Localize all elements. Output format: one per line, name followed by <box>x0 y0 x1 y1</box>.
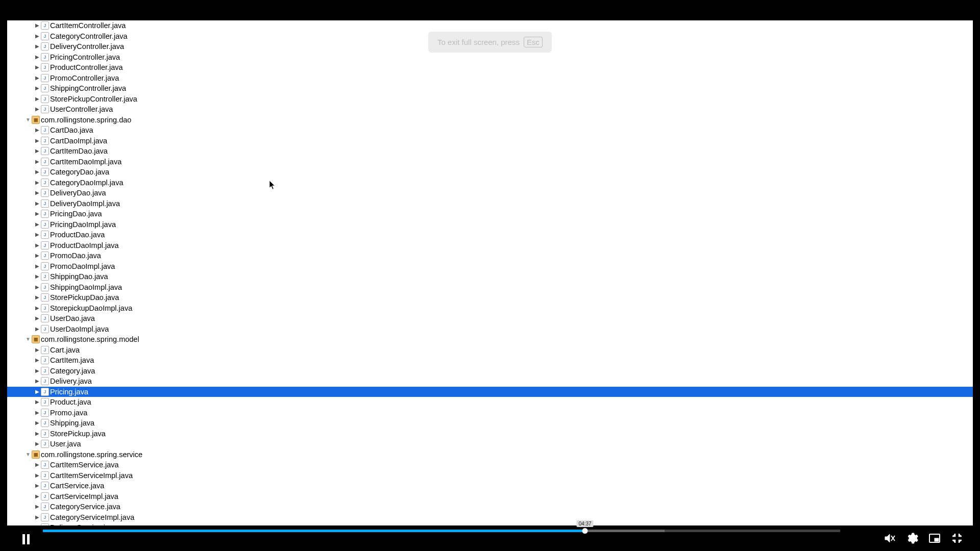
expand-arrow-icon[interactable]: ▶ <box>35 146 40 157</box>
tree-file-item[interactable]: ▶JStorePickupDao.java <box>7 292 973 303</box>
expand-arrow-icon[interactable]: ▶ <box>35 387 40 397</box>
expand-arrow-icon[interactable]: ▶ <box>35 157 40 167</box>
mute-button[interactable] <box>883 532 896 545</box>
expand-arrow-icon[interactable]: ▶ <box>35 408 40 418</box>
expand-arrow-icon[interactable]: ▶ <box>35 83 40 94</box>
tree-file-item[interactable]: ▶JUserDao.java <box>7 313 973 324</box>
exit-fullscreen-button[interactable] <box>950 532 964 545</box>
expand-arrow-icon[interactable]: ▶ <box>35 481 40 491</box>
tree-file-item[interactable]: ▶JCartItemController.java <box>7 20 973 31</box>
tree-file-item[interactable]: ▶JStorePickupController.java <box>7 94 973 105</box>
expand-arrow-icon[interactable]: ▶ <box>35 240 40 251</box>
ide-project-explorer[interactable]: ▶JCartItemController.java▶JCategoryContr… <box>7 20 973 525</box>
expand-arrow-icon[interactable]: ▶ <box>35 470 40 481</box>
expand-arrow-icon[interactable]: ▶ <box>35 62 40 73</box>
expand-arrow-icon[interactable]: ▶ <box>35 397 40 408</box>
expand-arrow-icon[interactable]: ▶ <box>35 136 40 146</box>
expand-arrow-icon[interactable]: ▶ <box>35 460 40 470</box>
expand-arrow-icon[interactable]: ▶ <box>35 282 40 293</box>
tree-file-item[interactable]: ▶JCartService.java <box>7 481 973 491</box>
expand-arrow-icon[interactable]: ▶ <box>35 167 40 178</box>
tree-file-item[interactable]: ▶JCartItemDaoImpl.java <box>7 157 973 167</box>
tree-file-item[interactable]: ▶JCartItemDao.java <box>7 146 973 157</box>
tree-file-item[interactable]: ▶JUserDaoImpl.java <box>7 324 973 335</box>
expand-arrow-icon[interactable]: ▶ <box>35 209 40 219</box>
tree-file-item[interactable]: ▶JShippingDao.java <box>7 271 973 282</box>
expand-arrow-icon[interactable]: ▶ <box>35 313 40 324</box>
expand-arrow-icon[interactable]: ▶ <box>35 178 40 188</box>
tree-file-item[interactable]: ▶JCartItemServiceImpl.java <box>7 470 973 481</box>
collapse-arrow-icon[interactable]: ▼ <box>26 334 31 345</box>
tree-file-item[interactable]: ▶JCart.java <box>7 345 973 356</box>
tree-file-item[interactable]: ▶JCartServiceImpl.java <box>7 491 973 502</box>
expand-arrow-icon[interactable]: ▶ <box>35 366 40 377</box>
expand-arrow-icon[interactable]: ▶ <box>35 104 40 115</box>
expand-arrow-icon[interactable]: ▶ <box>35 439 40 449</box>
tree-file-item[interactable]: ▶JDelivery.java <box>7 376 973 387</box>
expand-arrow-icon[interactable]: ▶ <box>35 188 40 198</box>
tree-file-item[interactable]: ▶JUser.java <box>7 439 973 449</box>
tree-file-item[interactable]: ▶JPricing.java <box>7 387 973 397</box>
collapse-arrow-icon[interactable]: ▼ <box>26 115 31 126</box>
tree-file-item[interactable]: ▶JProduct.java <box>7 397 973 408</box>
expand-arrow-icon[interactable]: ▶ <box>35 491 40 502</box>
tree-file-item[interactable]: ▶JUserController.java <box>7 104 973 115</box>
tree-file-item[interactable]: ▶JDeliveryDaoImpl.java <box>7 198 973 209</box>
tree-file-item[interactable]: ▶JCategory.java <box>7 366 973 377</box>
tree-package-item[interactable]: ▼▦com.rollingstone.spring.dao <box>7 115 973 126</box>
tree-file-item[interactable]: ▶JCartDaoImpl.java <box>7 136 973 146</box>
expand-arrow-icon[interactable]: ▶ <box>35 52 40 63</box>
tree-file-item[interactable]: ▶JCategoryServiceImpl.java <box>7 512 973 523</box>
tree-file-item[interactable]: ▶JShipping.java <box>7 418 973 429</box>
settings-button[interactable] <box>905 532 919 545</box>
collapse-arrow-icon[interactable]: ▼ <box>26 449 31 460</box>
expand-arrow-icon[interactable]: ▶ <box>35 219 40 230</box>
progress-handle[interactable] <box>582 528 588 534</box>
expand-arrow-icon[interactable]: ▶ <box>35 418 40 429</box>
tree-file-item[interactable]: ▶JPricingDao.java <box>7 209 973 219</box>
tree-file-item[interactable]: ▶JPricingController.java <box>7 52 973 63</box>
expand-arrow-icon[interactable]: ▶ <box>35 512 40 523</box>
expand-arrow-icon[interactable]: ▶ <box>35 20 40 31</box>
tree-package-item[interactable]: ▼▦com.rollingstone.spring.model <box>7 334 973 345</box>
expand-arrow-icon[interactable]: ▶ <box>35 355 40 366</box>
tree-file-item[interactable]: ▶JProductDaoImpl.java <box>7 240 973 251</box>
tree-package-item[interactable]: ▼▦com.rollingstone.spring.service <box>7 449 973 460</box>
expand-arrow-icon[interactable]: ▶ <box>35 73 40 84</box>
expand-arrow-icon[interactable]: ▶ <box>35 125 40 136</box>
expand-arrow-icon[interactable]: ▶ <box>35 251 40 261</box>
tree-file-item[interactable]: ▶JCategoryDaoImpl.java <box>7 178 973 188</box>
tree-file-item[interactable]: ▶JPromo.java <box>7 408 973 418</box>
tree-file-item[interactable]: ▶JShippingDaoImpl.java <box>7 282 973 293</box>
expand-arrow-icon[interactable]: ▶ <box>35 376 40 387</box>
expand-arrow-icon[interactable]: ▶ <box>35 429 40 439</box>
expand-arrow-icon[interactable]: ▶ <box>35 230 40 240</box>
tree-file-item[interactable]: ▶JProductDao.java <box>7 230 973 240</box>
expand-arrow-icon[interactable]: ▶ <box>35 94 40 105</box>
tree-file-item[interactable]: ▶JCartDao.java <box>7 125 973 136</box>
expand-arrow-icon[interactable]: ▶ <box>35 271 40 282</box>
tree-file-item[interactable]: ▶JPromoDaoImpl.java <box>7 261 973 272</box>
pause-button[interactable] <box>18 532 34 547</box>
tree-file-item[interactable]: ▶JProductController.java <box>7 62 973 73</box>
tree-file-item[interactable]: ▶JCategoryService.java <box>7 502 973 512</box>
expand-arrow-icon[interactable]: ▶ <box>35 41 40 52</box>
expand-arrow-icon[interactable]: ▶ <box>35 31 40 42</box>
tree-file-item[interactable]: ▶JCartItem.java <box>7 355 973 366</box>
expand-arrow-icon[interactable]: ▶ <box>35 303 40 314</box>
tree-file-item[interactable]: ▶JCartItemService.java <box>7 460 973 470</box>
expand-arrow-icon[interactable]: ▶ <box>35 292 40 303</box>
expand-arrow-icon[interactable]: ▶ <box>35 345 40 356</box>
tree-file-item[interactable]: ▶JStorepickupDaoImpl.java <box>7 303 973 314</box>
expand-arrow-icon[interactable]: ▶ <box>35 198 40 209</box>
tree-file-item[interactable]: ▶JPromoDao.java <box>7 251 973 261</box>
tree-file-item[interactable]: ▶JCategoryDao.java <box>7 167 973 178</box>
pip-button[interactable] <box>928 532 941 545</box>
tree-file-item[interactable]: ▶JDeliveryDao.java <box>7 188 973 198</box>
tree-file-item[interactable]: ▶JPricingDaoImpl.java <box>7 219 973 230</box>
expand-arrow-icon[interactable]: ▶ <box>35 502 40 512</box>
tree-file-item[interactable]: ▶JPromoController.java <box>7 73 973 84</box>
expand-arrow-icon[interactable]: ▶ <box>35 324 40 335</box>
expand-arrow-icon[interactable]: ▶ <box>35 261 40 272</box>
tree-file-item[interactable]: ▶JShippingController.java <box>7 83 973 94</box>
